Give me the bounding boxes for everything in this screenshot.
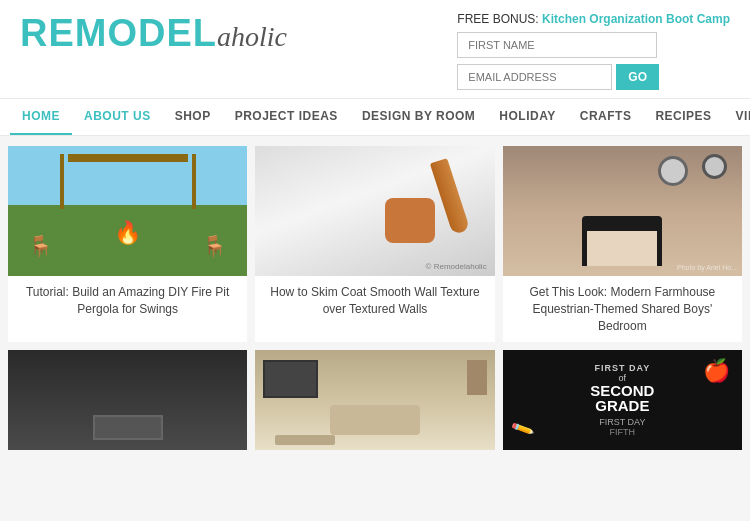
card-image-post-office: Post Office	[8, 350, 247, 450]
logo[interactable]: REMODEL aholic	[20, 12, 287, 55]
card-back-to-school[interactable]: 🍎 ✏️ FIRST DAY of SECOND GRADE FIRST DAY…	[503, 350, 742, 450]
nav-item-project-ideas[interactable]: PROJECT IDEAS	[223, 99, 350, 135]
nav-item-shop[interactable]: SHOP	[163, 99, 223, 135]
card-image-bedroom: Photo by Ariel Ho...	[503, 146, 742, 276]
page-header: REMODEL aholic FREE BONUS: Kitchen Organ…	[0, 0, 750, 98]
card-image-skim-coat: © Remodelaholic	[255, 146, 494, 276]
nav-item-recipes[interactable]: RECIPES	[643, 99, 723, 135]
nav-item-home[interactable]: HOME	[10, 99, 72, 135]
logo-sub: aholic	[217, 21, 287, 53]
signup-title: FREE BONUS: Kitchen Organization Boot Ca…	[457, 12, 730, 26]
card-image-fire-pit: 🔥 🪑 🪑	[8, 146, 247, 276]
email-row: GO	[457, 64, 730, 90]
nav-item-videos[interactable]: VIDEOS	[724, 99, 750, 135]
card-skim-coat[interactable]: © Remodelaholic How to Skim Coat Smooth …	[255, 146, 494, 342]
card-title-fire-pit: Tutorial: Build an Amazing DIY Fire Pit …	[8, 276, 247, 326]
first-name-input[interactable]	[457, 32, 657, 58]
card-title-bedroom: Get This Look: Modern Farmhouse Equestri…	[503, 276, 742, 342]
card-image-living-room	[255, 350, 494, 450]
content-area: 🔥 🪑 🪑 Tutorial: Build an Amazing DIY Fir…	[0, 136, 750, 468]
nav-item-design-by-room[interactable]: DESIGN BY ROOM	[350, 99, 487, 135]
email-input[interactable]	[457, 64, 612, 90]
card-fire-pit[interactable]: 🔥 🪑 🪑 Tutorial: Build an Amazing DIY Fir…	[8, 146, 247, 342]
signup-title-link[interactable]: Kitchen Organization Boot Camp	[542, 12, 730, 26]
nav-item-about-us[interactable]: ABOUT US	[72, 99, 163, 135]
nav-item-crafts[interactable]: CRAFTS	[568, 99, 644, 135]
card-living-room[interactable]	[255, 350, 494, 450]
card-image-back-to-school: 🍎 ✏️ FIRST DAY of SECOND GRADE FIRST DAY…	[503, 350, 742, 450]
signup-go-button[interactable]: GO	[616, 64, 659, 90]
nav-item-holiday[interactable]: HOLIDAY	[487, 99, 567, 135]
card-grid-row1: 🔥 🪑 🪑 Tutorial: Build an Amazing DIY Fir…	[8, 146, 742, 342]
card-bedroom[interactable]: Photo by Ariel Ho... Get This Look: Mode…	[503, 146, 742, 342]
card-title-skim-coat: How to Skim Coat Smooth Wall Texture ove…	[255, 276, 494, 326]
nav-items: HOME ABOUT US SHOP PROJECT IDEAS DESIGN …	[10, 99, 750, 135]
signup-form: FREE BONUS: Kitchen Organization Boot Ca…	[457, 12, 730, 90]
logo-main: REMODEL	[20, 12, 217, 55]
card-grid-row2: Post Office 🍎	[8, 350, 742, 450]
navigation: HOME ABOUT US SHOP PROJECT IDEAS DESIGN …	[0, 98, 750, 136]
card-post-office[interactable]: Post Office	[8, 350, 247, 450]
